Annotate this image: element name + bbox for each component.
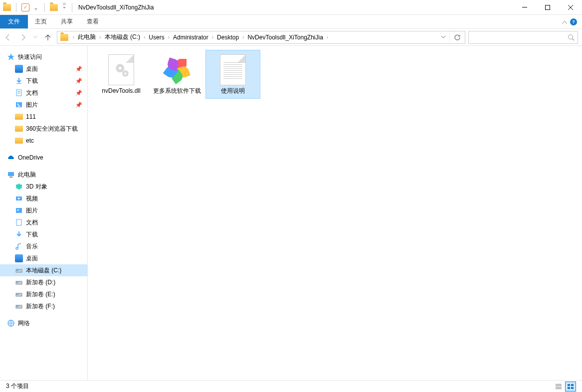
disk-icon <box>15 266 23 274</box>
pin-icon: 📌 <box>75 78 82 84</box>
sidebar-item-disk-c[interactable]: 本地磁盘 (C:) <box>0 264 87 276</box>
pictures-icon <box>15 101 23 109</box>
chevron-right-icon[interactable]: › <box>241 34 245 40</box>
minimize-button[interactable] <box>513 0 536 15</box>
address-bar[interactable]: › 此电脑› 本地磁盘 (C:)› Users› Administrator› … <box>57 31 465 44</box>
svg-rect-16 <box>16 219 21 225</box>
icons-view-button[interactable] <box>565 382 576 392</box>
download-icon <box>15 77 23 85</box>
menu-bar: 文件 主页 共享 查看 ? <box>0 15 582 29</box>
svg-rect-0 <box>63 3 66 3</box>
forward-button[interactable] <box>17 31 29 44</box>
svg-rect-2 <box>522 7 527 7</box>
pin-icon: 📌 <box>75 66 82 72</box>
recent-button[interactable] <box>32 31 39 44</box>
menu-share[interactable]: 共享 <box>54 15 80 28</box>
breadcrumb-item[interactable]: NvDevToolsdll_XiTongZhiJia <box>245 34 325 41</box>
sidebar-item-pictures[interactable]: 图片 <box>0 204 87 216</box>
sidebar-item-disk-f[interactable]: 新加卷 (F:) <box>0 300 87 312</box>
sidebar-item-this-pc[interactable]: 此电脑 <box>0 169 87 181</box>
search-input[interactable] <box>468 31 578 44</box>
sidebar-item-documents[interactable]: 文档 <box>0 216 87 228</box>
separator <box>72 3 72 12</box>
folder-icon[interactable] <box>50 4 58 11</box>
collapse-ribbon-icon[interactable] <box>562 18 567 25</box>
file-item[interactable]: nvDevTools.dll <box>94 50 149 99</box>
details-view-button[interactable] <box>553 382 564 392</box>
sidebar-item-disk-e[interactable]: 新加卷 (E:) <box>0 288 87 300</box>
chevron-right-icon[interactable]: › <box>142 34 147 40</box>
sidebar-item-music[interactable]: 音乐 <box>0 240 87 252</box>
check-icon[interactable]: ✓ <box>21 3 29 11</box>
chevron-right-icon[interactable]: › <box>210 34 215 40</box>
breadcrumb-item[interactable]: 本地磁盘 (C:) <box>103 33 142 41</box>
svg-rect-18 <box>16 270 18 271</box>
sidebar-item-folder[interactable]: 360安全浏览器下载 <box>0 123 87 135</box>
dropdown-icon[interactable] <box>32 3 39 11</box>
back-button[interactable] <box>2 31 14 44</box>
address-dropdown[interactable] <box>437 31 449 43</box>
ribbon-controls: ? <box>562 15 582 28</box>
refresh-button[interactable] <box>449 31 465 43</box>
svg-point-15 <box>17 209 19 211</box>
help-icon[interactable]: ? <box>570 18 577 25</box>
sidebar-item-folder[interactable]: 111 <box>0 111 87 123</box>
maximize-button[interactable] <box>536 0 559 15</box>
text-file-icon <box>220 54 246 85</box>
desktop-icon <box>15 254 23 262</box>
sidebar-item-label: 新加卷 (F:) <box>26 302 87 311</box>
svg-rect-35 <box>571 384 574 386</box>
chevron-right-icon[interactable]: › <box>98 34 102 40</box>
breadcrumb: 此电脑› 本地磁盘 (C:)› Users› Administrator› De… <box>76 33 330 41</box>
sidebar-item-folder[interactable]: etc <box>0 135 87 147</box>
chevron-right-icon[interactable]: › <box>325 34 330 40</box>
breadcrumb-item[interactable]: 此电脑 <box>76 33 98 41</box>
chevron-right-icon[interactable]: › <box>167 34 171 40</box>
sidebar-item-videos[interactable]: 视频 <box>0 193 87 204</box>
up-button[interactable] <box>42 31 54 44</box>
sidebar-item-pictures[interactable]: 图片📌 <box>0 99 87 111</box>
svg-rect-3 <box>546 5 550 9</box>
svg-point-29 <box>124 72 126 74</box>
folder-icon[interactable] <box>3 4 11 11</box>
sidebar-item-label: 新加卷 (E:) <box>26 290 87 299</box>
title-bar: ✓ NvDevToolsdll_XiTongZhiJia <box>0 0 582 15</box>
menu-view[interactable]: 查看 <box>80 15 106 28</box>
chevron-right-icon[interactable]: › <box>71 34 76 40</box>
breadcrumb-item[interactable]: Administrator <box>171 34 210 41</box>
svg-point-28 <box>119 67 121 69</box>
file-list[interactable]: nvDevTools.dll 更多系统软件下载 使用说明 <box>88 46 582 380</box>
svg-point-4 <box>569 34 573 39</box>
file-item[interactable]: 更多系统软件下载 <box>150 50 204 99</box>
menu-file[interactable]: 文件 <box>0 15 28 28</box>
menu-home[interactable]: 主页 <box>28 15 54 28</box>
file-item[interactable]: 使用说明 <box>205 50 260 99</box>
breadcrumb-item[interactable]: Users <box>147 34 166 41</box>
window-controls <box>513 0 582 15</box>
sidebar-item-label: 新加卷 (D:) <box>26 278 87 287</box>
cube-icon <box>15 183 23 191</box>
sidebar-item-label: 文档 <box>26 218 87 227</box>
sidebar-item-label: 网络 <box>18 319 87 328</box>
menu-arrow-icon[interactable] <box>61 3 68 11</box>
sidebar-item-disk-d[interactable]: 新加卷 (D:) <box>0 276 87 288</box>
sidebar-item-downloads[interactable]: 下载 <box>0 228 87 240</box>
sidebar-item-quick-access[interactable]: 快速访问 <box>0 51 87 63</box>
svg-rect-8 <box>17 93 20 93</box>
close-button[interactable] <box>559 0 582 15</box>
sidebar-item-label: etc <box>26 137 87 144</box>
sidebar-item-downloads[interactable]: 下载📌 <box>0 75 87 87</box>
sidebar: 快速访问 桌面📌 下载📌 文档📌 图片📌 111 360安全浏览器下载 etc … <box>0 46 88 380</box>
sidebar-item-onedrive[interactable]: OneDrive <box>0 152 87 164</box>
breadcrumb-item[interactable]: Desktop <box>215 34 241 41</box>
separator <box>44 3 45 12</box>
sidebar-item-label: 图片 <box>26 101 72 109</box>
sidebar-item-desktop[interactable]: 桌面 <box>0 252 87 264</box>
sidebar-item-3d-objects[interactable]: 3D 对象 <box>0 181 87 193</box>
svg-rect-5 <box>16 83 21 84</box>
folder-icon <box>15 138 23 144</box>
sidebar-item-network[interactable]: 网络 <box>0 317 87 329</box>
sidebar-item-documents[interactable]: 文档📌 <box>0 87 87 99</box>
download-icon <box>15 230 23 238</box>
sidebar-item-desktop[interactable]: 桌面📌 <box>0 63 87 75</box>
